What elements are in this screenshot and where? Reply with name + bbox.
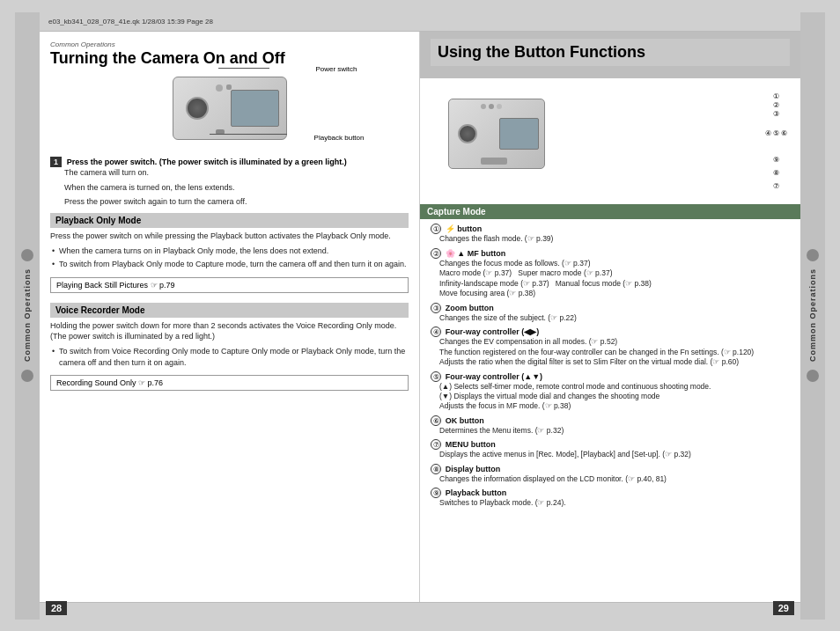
right-sidebar-circle-top: [807, 249, 819, 261]
btn-desc-7: Displays the active menus in [Rec. Mode]…: [431, 450, 790, 459]
playback-button-label: Playback button: [314, 134, 365, 142]
top-button: [226, 84, 232, 90]
btn-label-9: Playback button: [446, 488, 507, 497]
btn-desc-4: Changes the EV compensation in all modes…: [431, 337, 790, 367]
playback-bullet1: When the camera turns on in Playback Onl…: [50, 246, 409, 257]
btn-desc-8: Changes the information displayed on the…: [431, 474, 790, 484]
button-item-4: ④ Four-way controller (◀▶) Changes the E…: [431, 327, 790, 367]
btn-label-5: Four-way controller (▲▼): [446, 372, 542, 381]
right-sidebar: Common Operations: [800, 12, 825, 620]
button-list: ① ⚡ button Changes the flash mode. (☞ p.…: [431, 224, 790, 509]
num-label-4: ④ ⑤ ⑥: [765, 129, 787, 137]
btn-num-6: ⑥: [431, 415, 441, 426]
right-title-wrap: Using the Button Functions: [420, 32, 800, 79]
right-page-num: 29: [773, 601, 794, 615]
num-label-3: ③: [773, 110, 779, 118]
btn-desc-9: Switches to Playback mode. (☞ p.24).: [431, 498, 790, 508]
button-item-5: ⑤ Four-way controller (▲▼) (▲) Selects s…: [431, 371, 790, 412]
right-camera-screen: [499, 118, 539, 150]
page-container: Common Operations e03_kb341_028_078_41e.…: [15, 12, 825, 620]
btn-label-2: 🌸 ▲ MF button: [446, 249, 505, 258]
section-label: Common Operations: [50, 40, 409, 48]
btn-label-6: OK button: [446, 416, 484, 425]
right-camera-lens: [458, 124, 477, 143]
capture-mode-header: Capture Mode: [420, 204, 800, 219]
button-item-7: ⑦ MENU button Displays the active menus …: [431, 439, 790, 459]
btn-num-9: ⑨: [431, 488, 441, 498]
voice-link[interactable]: Recording Sound Only ☞ p.76: [50, 375, 409, 391]
step1-line2: When the camera is turned on, the lens e…: [50, 182, 409, 194]
btn-num-5: ⑤: [431, 371, 441, 382]
button-item-8: ⑧ Display button Changes the information…: [431, 464, 790, 484]
right-section-title: Using the Button Functions: [431, 39, 790, 67]
camera-lens: [186, 97, 209, 120]
btn-label-1: ⚡ button: [446, 224, 483, 233]
right-sidebar-circle-bottom: [807, 370, 819, 382]
button-item-1: ① ⚡ button Changes the flash mode. (☞ p.…: [431, 224, 790, 244]
main-content: e03_kb341_028_078_41e.qk 1/28/03 15:39 P…: [40, 12, 800, 620]
btn-desc-5: (▲) Selects self-timer mode, remote cont…: [431, 382, 790, 412]
file-info: e03_kb341_028_078_41e.qk 1/28/03 15:39 P…: [48, 18, 213, 26]
btn-desc-1: Changes the flash mode. (☞ p.39): [431, 234, 790, 244]
bottom-strip: [40, 602, 800, 620]
left-sidebar: Common Operations: [15, 12, 40, 620]
right-camera-body: [448, 99, 545, 169]
camera-screen: [231, 90, 279, 127]
step1-line1: The camera will turn on.: [50, 167, 409, 179]
button-item-6: ⑥ OK button Determines the Menu items. (…: [431, 415, 790, 436]
btn-label-4: Four-way controller (◀▶): [446, 327, 540, 336]
voice-mode-header: Voice Recorder Mode: [50, 303, 409, 318]
camera-body: [173, 77, 287, 140]
btn-label-7: MENU button: [446, 440, 496, 449]
btn-num-1: ①: [431, 224, 441, 234]
right-cam-bottom-ctrl: [481, 158, 507, 165]
left-sidebar-circle-top: [21, 249, 33, 261]
top-header: e03_kb341_028_078_41e.qk 1/28/03 15:39 P…: [40, 12, 800, 32]
num-label-7: ⑦: [773, 182, 779, 190]
button-item-9: ⑨ Playback button Switches to Playback m…: [431, 488, 790, 508]
step1-block: 1 Press the power switch. (The power swi…: [50, 157, 409, 208]
playback-bullet2: To switch from Playback Only mode to Cap…: [50, 259, 409, 270]
right-cam-btn2: [489, 104, 494, 109]
right-sidebar-text: Common Operations: [808, 268, 817, 362]
columns: Common Operations Turning the Camera On …: [40, 32, 800, 602]
btn-desc-6: Determines the Menu items. (☞ p.32): [431, 426, 790, 436]
btn-desc-3: Changes the size of the subject. (☞ p.22…: [431, 313, 790, 323]
btn-num-8: ⑧: [431, 464, 441, 474]
left-column: Common Operations Turning the Camera On …: [40, 32, 420, 602]
voice-mode-text: Holding the power switch down for more t…: [50, 320, 409, 342]
btn-num-2: ②: [431, 248, 441, 259]
left-camera-diagram: Power switch Playback button: [50, 72, 409, 151]
num-label-8: ⑧: [773, 169, 779, 177]
playback-link[interactable]: Playing Back Still Pictures ☞ p.79: [50, 277, 409, 293]
right-camera-area: ① ② ③ ④ ⑤ ⑥ ⑨ ⑧ ⑦: [431, 85, 790, 200]
playback-mode-header: Playback Only Mode: [50, 213, 409, 228]
step1-instruction: Press the power switch. (The power switc…: [67, 158, 347, 166]
power-switch-indicator: [216, 84, 223, 92]
step1-num: 1: [50, 157, 62, 167]
playback-mode-text: Press the power switch on while pressing…: [50, 231, 409, 242]
right-column: Using the Button Functions ① ②: [420, 32, 800, 602]
btn-num-4: ④: [431, 327, 441, 337]
voice-bullet1: To switch from Voice Recording Only mode…: [50, 346, 409, 368]
num-label-9: ⑨: [773, 156, 779, 164]
step1-line3: Press the power switch again to turn the…: [50, 196, 409, 208]
right-cam-btn1: [481, 104, 486, 109]
left-sidebar-text: Common Operations: [23, 268, 32, 362]
btn-desc-2: Changes the focus mode as follows. (☞ p.…: [431, 259, 790, 299]
num-label-1: ①: [773, 92, 779, 100]
btn-label-3: Zoom button: [446, 304, 494, 312]
button-item-2: ② 🌸 ▲ MF button Changes the focus mode a…: [431, 248, 790, 299]
left-sidebar-circle-bottom: [21, 370, 33, 382]
btn-label-8: Display button: [446, 465, 501, 473]
power-switch-label: Power switch: [315, 65, 357, 73]
button-item-3: ③ Zoom button Changes the size of the su…: [431, 303, 790, 323]
btn-num-7: ⑦: [431, 439, 441, 450]
left-page-num: 28: [46, 601, 67, 615]
btn-num-3: ③: [431, 303, 441, 313]
right-cam-btn3: [497, 104, 502, 109]
num-label-2: ②: [773, 101, 779, 109]
